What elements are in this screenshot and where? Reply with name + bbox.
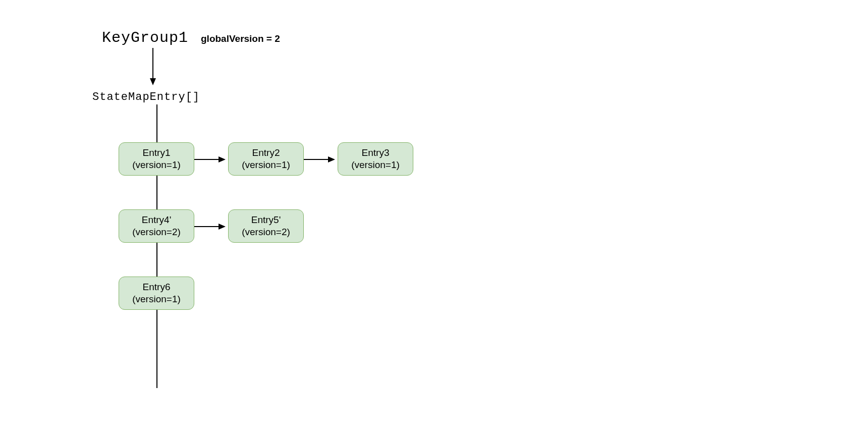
arrow-entry4-to-entry5 (194, 222, 228, 232)
entry-node-entry5: Entry5' (version=2) (228, 209, 304, 243)
arrow-entry1-to-entry2 (194, 154, 228, 165)
entry-version: (version=1) (132, 293, 181, 305)
entry-node-entry4: Entry4' (version=2) (119, 209, 194, 243)
entry-version: (version=1) (132, 159, 181, 171)
arrow-title-to-array (148, 48, 158, 87)
entry-version: (version=2) (132, 226, 181, 238)
entry-name: Entry6 (143, 281, 171, 293)
entry-name: Entry3 (362, 147, 390, 159)
entry-name: Entry2 (252, 147, 280, 159)
arrow-entry2-to-entry3 (304, 154, 337, 165)
keygroup-title: KeyGroup1 (102, 29, 188, 46)
entry-name: Entry5' (251, 214, 281, 226)
global-version-label: globalVersion = 2 (201, 33, 280, 44)
svg-marker-1 (150, 78, 156, 85)
svg-marker-4 (219, 156, 226, 162)
entry-version: (version=1) (242, 159, 290, 171)
entry-node-entry2: Entry2 (version=1) (228, 142, 304, 176)
svg-marker-8 (219, 224, 226, 230)
entry-name: Entry4' (142, 214, 172, 226)
entry-node-entry1: Entry1 (version=1) (119, 142, 194, 176)
entry-version: (version=2) (242, 226, 290, 238)
statemapentry-array-label: StateMapEntry[] (92, 91, 200, 103)
entry-node-entry6: Entry6 (version=1) (119, 277, 194, 310)
svg-marker-6 (328, 156, 335, 162)
entry-name: Entry1 (143, 147, 171, 159)
entry-node-entry3: Entry3 (version=1) (338, 142, 413, 176)
entry-version: (version=1) (351, 159, 400, 171)
